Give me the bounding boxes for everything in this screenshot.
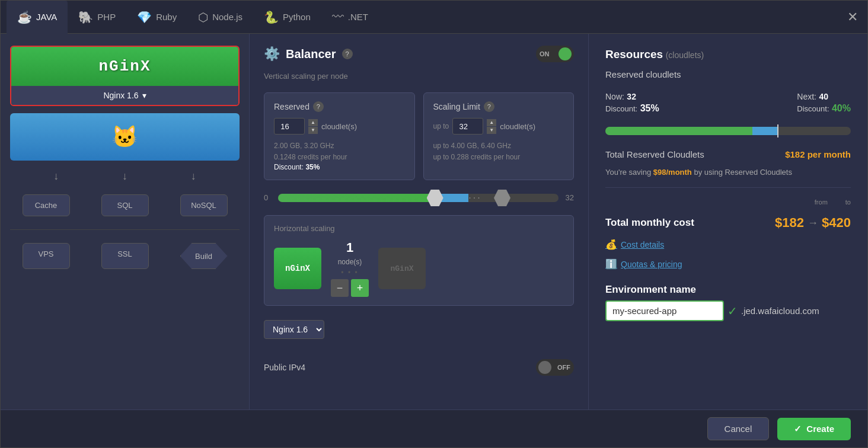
tab-ruby-label: Ruby (156, 12, 177, 22)
tab-nodejs[interactable]: ⬡ Node.js (187, 1, 253, 34)
minus-button[interactable]: − (331, 279, 349, 297)
balancer-toggle[interactable]: ON (536, 46, 574, 62)
reserved-up[interactable]: ▲ (308, 119, 318, 126)
tomcat-box[interactable]: 🐱 (10, 113, 240, 161)
nginx-logo: nGinX (98, 57, 151, 75)
cost-details-link[interactable]: 💰 Cost details (605, 239, 851, 250)
build-button[interactable]: Build (180, 243, 228, 269)
reserved-down[interactable]: ▼ (308, 127, 318, 134)
slider-min: 0 (264, 193, 271, 202)
node-dots: • • • (341, 268, 358, 277)
scaling-limit-info-2: up to 0.288 credits per hour (433, 152, 564, 163)
nginx-label-row: Nginx 1.6 ▾ (11, 86, 238, 105)
tab-php-label: PHP (97, 12, 116, 22)
close-button[interactable]: ✕ (847, 9, 858, 25)
slider-area: 0 ··· 32 (264, 190, 574, 206)
cost-details-row: 💰 Cost details (605, 239, 851, 250)
slider-track[interactable]: ··· (278, 194, 559, 202)
content-area: nGinX Nginx 1.6 ▾ 🐱 ↓ ↓ ↓ Cache SQL NoSQ… (1, 34, 867, 409)
env-name-input[interactable] (605, 300, 724, 321)
toggle-on-circle (559, 47, 572, 60)
tab-python[interactable]: 🐍 Python (253, 1, 321, 34)
scaling-limit-unit: cloudlet(s) (500, 122, 535, 131)
balancer-header: ⚙️ Balancer ? ON (264, 46, 574, 62)
tab-nodejs-label: Node.js (212, 12, 242, 22)
env-name-row: ✓ .jed.wafaicloud.com (605, 300, 851, 321)
toggle-off-circle (538, 361, 551, 374)
tomcat-icon: 🐱 (111, 124, 138, 149)
ssl-button[interactable]: SSL (101, 243, 149, 269)
tab-java[interactable]: ☕ JAVA (7, 1, 68, 34)
tab-net-label: .NET (348, 12, 368, 22)
reserved-input[interactable] (274, 118, 305, 135)
tab-php[interactable]: 🐘 PHP (68, 1, 126, 34)
scaling-boxes: Reserved ? ▲ ▼ cloudlet(s) 2.00 GB, 3.20… (264, 92, 574, 180)
slider-thumb-reserved[interactable] (427, 190, 443, 206)
saving-val: $98/month (653, 168, 692, 177)
tab-net[interactable]: 〰 .NET (321, 1, 379, 34)
monthly-label: Total monthly cost (605, 217, 694, 229)
nginx-box[interactable]: nGinX Nginx 1.6 ▾ (10, 46, 240, 106)
minus-plus-row: − + (331, 279, 369, 297)
balancer-help-icon[interactable]: ? (342, 49, 353, 59)
next-label: Next: (797, 92, 816, 101)
nginx-dropdown-icon: ▾ (142, 91, 146, 100)
total-reserved-val: $182 per month (785, 149, 851, 159)
saving-prefix: You're saving (605, 168, 651, 177)
now-val: 32 (627, 92, 636, 101)
java-icon: ☕ (17, 10, 32, 24)
quotas-link[interactable]: ℹ️ Quotas & pricing (605, 258, 851, 270)
scaling-limit-prefix: up to (433, 122, 449, 130)
cost-details-label: Cost details (621, 240, 664, 249)
tab-ruby[interactable]: 💎 Ruby (126, 1, 187, 34)
nodejs-icon: ⬡ (198, 10, 208, 24)
scaling-limit-input[interactable] (452, 118, 483, 135)
scaling-limit-up[interactable]: ▲ (487, 119, 496, 126)
reserved-help-icon[interactable]: ? (313, 101, 324, 112)
quotas-label: Quotas & pricing (621, 260, 682, 269)
reserved-cloudlets-title: Reserved cloudlets (605, 69, 851, 79)
nginx-version-select[interactable]: Nginx 1.6 (264, 320, 324, 339)
scaling-limit-spin: ▲ ▼ (487, 119, 496, 134)
slider-dots: ··· (468, 193, 481, 203)
cache-button[interactable]: Cache (23, 194, 70, 216)
reserved-discount-value: 35% (305, 163, 320, 171)
scaling-limit-info: up to 4.00 GB, 6.40 GHz up to 0.288 cred… (433, 140, 564, 163)
next-val: 40 (819, 92, 828, 101)
reserved-header: Reserved ? (274, 101, 405, 112)
ipv4-toggle[interactable]: OFF (536, 359, 574, 376)
reserved-discount-label: Discount: (274, 163, 304, 171)
plus-button[interactable]: + (351, 279, 369, 297)
scaling-limit-down[interactable]: ▼ (487, 127, 496, 134)
horiz-nodes: nGinX 1 node(s) • • • − + nGinX (274, 240, 564, 297)
vps-button[interactable]: VPS (23, 243, 70, 269)
balancer-title: Balancer (286, 47, 336, 61)
sql-button[interactable]: SQL (101, 194, 149, 216)
quotas-icon: ℹ️ (605, 258, 617, 270)
cancel-button[interactable]: Cancel (707, 417, 770, 440)
slider-thumb-limit[interactable] (494, 190, 510, 206)
create-button[interactable]: ✓ Create (777, 418, 851, 440)
resources-heading: Resources (cloudlets) (605, 48, 851, 61)
reserved-box: Reserved ? ▲ ▼ cloudlet(s) 2.00 GB, 3.20… (264, 92, 415, 180)
nosql-button[interactable]: NoSQL (180, 194, 228, 216)
resources-title: Resources (605, 48, 663, 60)
discount-next-label: Discount: (797, 104, 829, 113)
node-count: 1 (346, 240, 353, 255)
nginx-version-label: Nginx 1.6 (103, 91, 138, 100)
tab-bar: ☕ JAVA 🐘 PHP 💎 Ruby ⬡ Node.js 🐍 Python 〰… (1, 1, 867, 34)
monthly-arrow: → (808, 217, 818, 229)
scaling-limit-title: Scaling Limit (433, 102, 480, 111)
reserved-input-row: ▲ ▼ cloudlet(s) (274, 118, 405, 135)
scaling-limit-help-icon[interactable]: ? (484, 101, 494, 112)
toggle-off-text: OFF (557, 364, 570, 371)
reserved-info-2: 0.1248 credits per hour (274, 152, 405, 163)
quotas-row: ℹ️ Quotas & pricing (605, 258, 851, 270)
slider-fill-blue (441, 194, 468, 202)
discount-now-val: 35% (640, 103, 659, 113)
env-name-label: Environment name (605, 284, 851, 296)
reserved-spin: ▲ ▼ (308, 119, 318, 134)
slider-max: 32 (566, 193, 574, 202)
scaling-limit-input-row: up to ▲ ▼ cloudlet(s) (433, 118, 564, 135)
from-label: from (815, 199, 828, 206)
